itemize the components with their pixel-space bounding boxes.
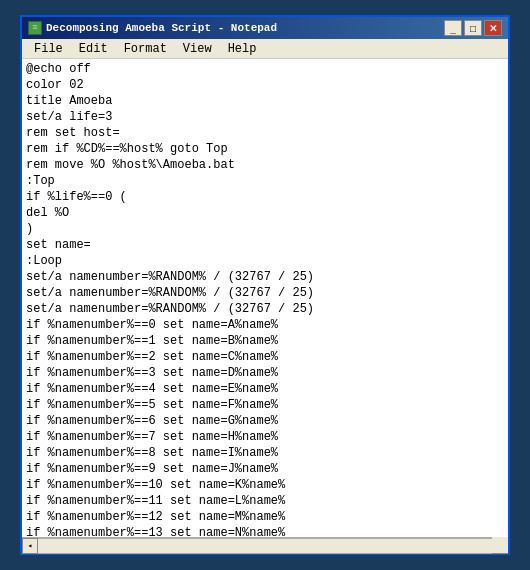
title-bar: ≡ Decomposing Amoeba Script - Notepad _ … (22, 17, 508, 39)
close-button[interactable]: ✕ (484, 20, 502, 36)
horizontal-scrollbar[interactable]: ◂ ▸ (22, 537, 508, 553)
menu-file[interactable]: File (26, 41, 71, 57)
text-editor[interactable]: @echo off color 02 title Amoeba set/a li… (22, 59, 508, 537)
minimize-button[interactable]: _ (444, 20, 462, 36)
resize-handle[interactable] (492, 537, 508, 553)
notepad-window: ≡ Decomposing Amoeba Script - Notepad _ … (20, 15, 510, 555)
menu-view[interactable]: View (175, 41, 220, 57)
maximize-button[interactable]: □ (464, 20, 482, 36)
menu-format[interactable]: Format (116, 41, 175, 57)
menu-help[interactable]: Help (220, 41, 265, 57)
title-buttons: _ □ ✕ (444, 20, 502, 36)
scroll-left-button[interactable]: ◂ (22, 538, 38, 554)
title-bar-left: ≡ Decomposing Amoeba Script - Notepad (28, 21, 277, 35)
app-icon: ≡ (28, 21, 42, 35)
menu-edit[interactable]: Edit (71, 41, 116, 57)
window-title: Decomposing Amoeba Script - Notepad (46, 22, 277, 34)
scrollbar-track[interactable] (38, 538, 492, 554)
menu-bar: File Edit Format View Help (22, 39, 508, 59)
editor-area: @echo off color 02 title Amoeba set/a li… (22, 59, 508, 537)
